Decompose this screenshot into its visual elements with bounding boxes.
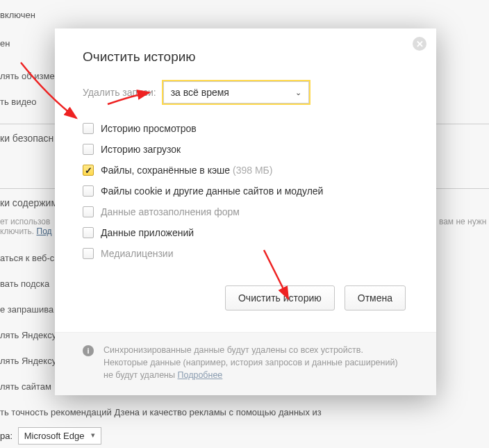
checkbox-row[interactable]: Данные автозаполнения форм	[83, 206, 408, 217]
checkbox-label: Историю загрузок	[101, 144, 181, 155]
checkbox-row[interactable]: Файлы cookie и другие данные сайтов и мо…	[83, 185, 408, 197]
close-button[interactable]: ✕	[413, 37, 426, 51]
checkbox[interactable]	[83, 123, 94, 134]
chevron-down-icon: ⌄	[295, 88, 301, 97]
checkbox-row[interactable]: Файлы, сохранённые в кэше (398 МБ)	[83, 165, 408, 176]
cancel-button[interactable]: Отмена	[345, 285, 406, 310]
timerange-label: Удалить записи:	[83, 87, 156, 98]
footer-text: Синхронизированные данные будут удалены …	[103, 344, 408, 381]
checkbox[interactable]	[83, 165, 94, 176]
info-icon: i	[83, 345, 94, 356]
checkbox[interactable]	[83, 144, 94, 155]
checkbox-label: Файлы, сохранённые в кэше (398 МБ)	[101, 165, 272, 176]
clear-history-button[interactable]: Очистить историю	[225, 285, 335, 310]
checkbox[interactable]	[83, 227, 94, 238]
close-icon: ✕	[416, 40, 424, 49]
checkbox-label: Медиалицензии	[101, 248, 174, 259]
browser-select[interactable]: Microsoft Edge	[18, 427, 102, 445]
checkbox-label: Данные автозаполнения форм	[101, 206, 240, 217]
checkbox-label: Данные приложений	[101, 227, 194, 238]
checkbox-row[interactable]: Медиалицензии	[83, 248, 408, 259]
checkbox-row[interactable]: Историю просмотров	[83, 123, 408, 134]
bg-text: ет использов	[0, 217, 50, 226]
checkbox[interactable]	[83, 206, 94, 217]
checkbox-label: Историю просмотров	[101, 123, 197, 134]
bg-text: ть точность рекомендаций Дзена и качеств…	[0, 404, 489, 420]
bg-label: ра:	[0, 431, 13, 441]
dialog-title: Очистить историю	[83, 49, 408, 65]
bg-text: включен	[0, 7, 489, 23]
footer-link[interactable]: Подробнее	[178, 370, 223, 380]
bg-link[interactable]: Под	[37, 226, 52, 236]
clear-history-dialog: ✕ Очистить историю Удалить записи: за вс…	[55, 28, 436, 395]
checkbox-row[interactable]: Историю загрузок	[83, 144, 408, 155]
checkbox[interactable]	[83, 185, 94, 197]
checkbox[interactable]	[83, 248, 94, 259]
timerange-select[interactable]: за всё время ⌄	[163, 81, 309, 103]
timerange-value: за всё время	[171, 87, 229, 98]
bg-text: ключить.	[0, 226, 34, 236]
checkbox-row[interactable]: Данные приложений	[83, 227, 408, 238]
checkbox-label: Файлы cookie и другие данные сайтов и мо…	[101, 185, 323, 197]
